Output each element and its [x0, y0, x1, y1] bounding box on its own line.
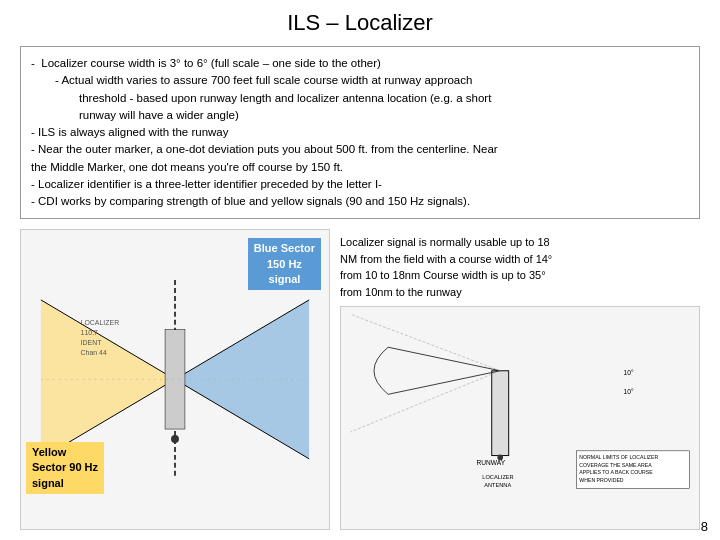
- svg-point-22: [497, 455, 503, 461]
- localizer-note: Localizer signal is normally usable up t…: [340, 229, 560, 300]
- bottom-section: LOCALIZER 110.7 IDENT Chan 44 Blue Secto…: [20, 229, 700, 530]
- text-line-7: the Middle Marker, one dot means you're …: [31, 159, 689, 176]
- svg-text:COVERAGE  THE SAME AREA: COVERAGE THE SAME AREA: [579, 462, 652, 468]
- svg-text:ANTENNA: ANTENNA: [484, 482, 511, 488]
- text-line-4: runway will have a wider angle): [79, 107, 689, 124]
- text-line-8: - Localizer identifier is a three-letter…: [31, 176, 689, 193]
- svg-line-19: [350, 371, 500, 432]
- page: ILS – Localizer - Localizer course width…: [0, 0, 720, 540]
- svg-text:NORMAL LIMITS OF LOCALIZER: NORMAL LIMITS OF LOCALIZER: [579, 455, 658, 461]
- svg-rect-14: [492, 371, 509, 456]
- svg-text:LOCALIZER: LOCALIZER: [482, 474, 513, 480]
- right-section: Localizer signal is normally usable up t…: [340, 229, 700, 530]
- yellow-sector-label: Yellow Sector 90 Hz signal: [26, 442, 104, 494]
- text-line-5: - ILS is always aligned with the runway: [31, 124, 689, 141]
- svg-text:110.7: 110.7: [81, 329, 99, 336]
- text-line-2: - Actual width varies to assure 700 feet…: [55, 72, 689, 89]
- svg-text:WHEN PROVIDED: WHEN PROVIDED: [579, 477, 624, 483]
- text-line-3: threshold - based upon runway length and…: [79, 90, 689, 107]
- left-diagram: LOCALIZER 110.7 IDENT Chan 44 Blue Secto…: [20, 229, 330, 530]
- svg-text:LOCALIZER: LOCALIZER: [81, 319, 120, 326]
- svg-marker-1: [175, 300, 309, 459]
- svg-text:10°: 10°: [624, 389, 634, 396]
- svg-line-18: [350, 314, 500, 371]
- text-line-9: - CDI works by comparing strength of blu…: [31, 193, 689, 210]
- text-line-1: - Localizer course width is 3° to 6° (fu…: [31, 55, 689, 72]
- svg-text:APPLIES TO A BACK COURSE: APPLIES TO A BACK COURSE: [579, 470, 653, 476]
- page-title: ILS – Localizer: [20, 10, 700, 36]
- svg-point-8: [171, 435, 179, 443]
- svg-line-16: [388, 347, 500, 371]
- svg-text:Chan 44: Chan 44: [81, 349, 107, 356]
- blue-sector-label: Blue Sector 150 Hz signal: [248, 238, 321, 290]
- text-box: - Localizer course width is 3° to 6° (fu…: [20, 46, 700, 219]
- svg-text:10°: 10°: [624, 370, 634, 377]
- svg-line-17: [388, 371, 500, 395]
- right-diagram: RUNWAY 10° 10° LOCALIZER ANT: [340, 306, 700, 530]
- page-number: 8: [701, 519, 708, 534]
- svg-text:IDENT: IDENT: [81, 339, 103, 346]
- text-line-6: - Near the outer marker, a one-dot devia…: [31, 141, 689, 158]
